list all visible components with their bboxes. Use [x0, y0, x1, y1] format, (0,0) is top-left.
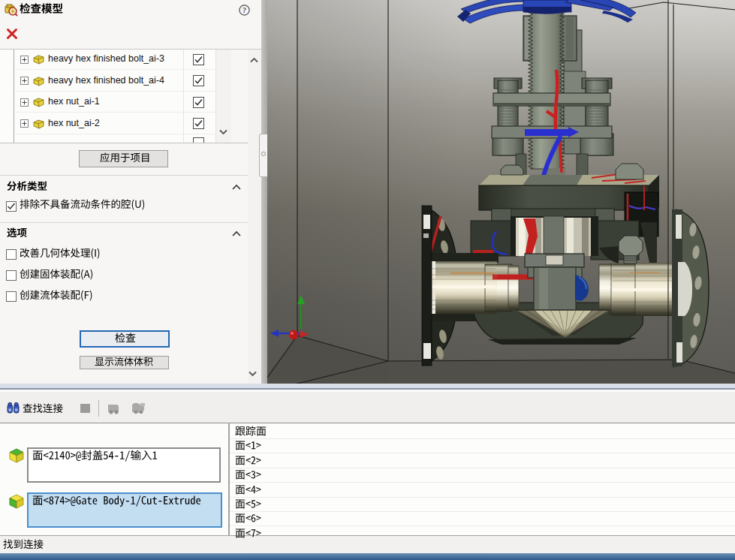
- svg-text:?: ?: [242, 6, 246, 14]
